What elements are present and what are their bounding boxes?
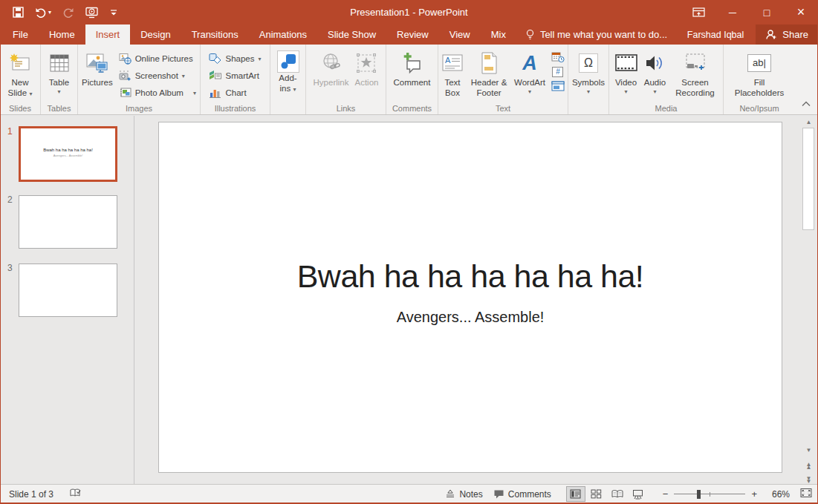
slide-1-thumbnail[interactable]: Bwah ha ha ha ha ha ha! Avengers... Asse… — [19, 126, 117, 182]
fill-placeholders-label: Fill Placeholders — [730, 78, 789, 98]
notes-toggle[interactable]: Notes — [445, 489, 482, 500]
screen-recording-icon — [684, 49, 707, 77]
wordart-dropdown-arrow: ▾ — [528, 88, 531, 95]
online-pictures-icon — [119, 53, 132, 65]
tab-design[interactable]: Design — [130, 24, 181, 45]
text-group-icon-column: # — [548, 47, 568, 93]
ribbon-group-illustrations: Shapes ▾ SmartArt Chart Illustrations — [201, 45, 270, 114]
hyperlink-icon — [320, 49, 343, 77]
screen-recording-button[interactable]: Screen Recording — [669, 47, 721, 102]
scrollbar-thumb[interactable] — [802, 128, 814, 230]
signed-in-user[interactable]: Farshad Iqbal — [687, 24, 756, 45]
ribbon-display-options-button[interactable] — [681, 0, 715, 24]
slide-number-button[interactable]: # — [551, 65, 565, 78]
spell-check-button[interactable] — [70, 488, 82, 500]
zoom-slider-thumb[interactable] — [697, 490, 701, 499]
action-button[interactable]: Action — [351, 47, 381, 102]
normal-view-button[interactable] — [566, 486, 585, 502]
shapes-button[interactable]: Shapes ▾ — [206, 50, 264, 67]
video-dropdown-arrow: ▾ — [624, 88, 627, 95]
maximize-button[interactable]: □ — [750, 0, 784, 24]
action-icon — [355, 49, 377, 77]
new-slide-button[interactable]: New Slide ▾ — [4, 47, 36, 102]
previous-slide-button[interactable]: ▲▲ — [802, 460, 816, 472]
ribbon: New Slide ▾ Slides Table ▾ Tables Pictur… — [0, 45, 818, 115]
screenshot-button[interactable]: Screenshot ▾ — [116, 68, 199, 84]
undo-button[interactable]: ▾ — [35, 7, 51, 18]
pictures-button[interactable]: Pictures — [79, 47, 116, 102]
tab-animations[interactable]: Animations — [249, 24, 317, 45]
zoom-out-button[interactable]: − — [663, 488, 669, 500]
slide-title-text[interactable]: Bwah ha ha ha ha ha ha! — [159, 258, 782, 295]
fit-to-window-icon — [800, 488, 812, 498]
save-button[interactable] — [13, 7, 24, 18]
shapes-label: Shapes — [225, 54, 254, 63]
header-footer-button[interactable]: Header & Footer — [467, 47, 511, 102]
tab-transitions[interactable]: Transitions — [181, 24, 249, 45]
video-button[interactable]: Video ▾ — [611, 47, 641, 102]
slide-1-thumb-title: Bwah ha ha ha ha ha ha! — [21, 148, 115, 154]
tab-insert[interactable]: Insert — [85, 24, 131, 45]
slide-canvas[interactable]: Bwah ha ha ha ha ha ha! Avengers... Asse… — [158, 122, 782, 473]
redo-button[interactable] — [62, 7, 74, 18]
tab-file[interactable]: File — [2, 24, 39, 45]
zoom-slider[interactable] — [674, 489, 745, 500]
chart-button[interactable]: Chart — [206, 85, 264, 101]
scroll-up-button[interactable]: ▲ — [802, 116, 816, 128]
previous-slide-icon: ▲▲ — [806, 463, 812, 470]
date-time-button[interactable] — [551, 50, 565, 63]
text-box-button[interactable]: A Text Box — [438, 47, 467, 102]
undo-dropdown-arrow[interactable]: ▾ — [48, 9, 51, 16]
group-label-links: Links — [306, 104, 386, 113]
symbols-button[interactable]: Ω Symbols ▾ — [569, 47, 608, 102]
hyperlink-button[interactable]: Hyperlink — [311, 47, 352, 102]
object-button[interactable] — [551, 80, 565, 93]
comments-toggle[interactable]: Comments — [493, 489, 551, 500]
tab-mix[interactable]: Mix — [481, 24, 516, 45]
audio-button[interactable]: Audio ▾ — [641, 47, 669, 102]
table-button[interactable]: Table ▾ — [46, 47, 73, 102]
zoom-percentage[interactable]: 66% — [767, 489, 790, 500]
comment-button[interactable]: Comment — [391, 47, 434, 102]
images-small-buttons: Online Pictures Screenshot ▾ Photo Album… — [116, 47, 199, 101]
ribbon-group-links: Hyperlink Action Links — [306, 45, 386, 114]
titlebar: ▾ Presentation1 - PowerPoint ─ □ × — [0, 0, 818, 24]
add-ins-button[interactable]: Add-ins ▾ — [273, 47, 303, 102]
fill-placeholders-button[interactable]: ab| Fill Placeholders — [727, 47, 792, 102]
panel-divider[interactable] — [134, 116, 134, 484]
share-button[interactable]: Share — [756, 24, 818, 45]
photo-album-button[interactable]: Photo Album ▾ — [116, 85, 199, 101]
reading-view-button[interactable] — [608, 486, 627, 502]
close-button[interactable]: × — [784, 0, 818, 24]
slide-counter[interactable]: Slide 1 of 3 — [9, 489, 53, 500]
online-pictures-button[interactable]: Online Pictures — [116, 50, 199, 67]
svg-text:A: A — [445, 56, 451, 65]
slide-3-thumbnail[interactable] — [19, 264, 117, 317]
symbols-dropdown-arrow: ▾ — [587, 88, 590, 95]
tab-view[interactable]: View — [439, 24, 481, 45]
minimize-button[interactable]: ─ — [715, 0, 750, 24]
start-from-beginning-button[interactable] — [85, 7, 99, 19]
zoom-in-button[interactable]: + — [751, 488, 757, 500]
slide-sorter-view-button[interactable] — [587, 486, 606, 502]
slide-sorter-icon — [591, 489, 602, 499]
tell-me-box[interactable]: Tell me what you want to do... — [525, 24, 667, 45]
collapse-ribbon-button[interactable] — [802, 96, 811, 110]
slide-show-view-button[interactable] — [629, 486, 648, 502]
group-label-text: Text — [438, 104, 568, 113]
comments-icon — [493, 489, 504, 499]
fit-slide-to-window-button[interactable] — [800, 488, 812, 500]
slide-2-number: 2 — [7, 194, 13, 205]
customize-quick-access-button[interactable] — [110, 9, 117, 16]
tab-review[interactable]: Review — [386, 24, 439, 45]
illustrations-small-buttons: Shapes ▾ SmartArt Chart — [206, 47, 264, 101]
smartart-button[interactable]: SmartArt — [206, 68, 264, 84]
slide-2-thumbnail[interactable] — [19, 195, 117, 249]
tab-slide-show[interactable]: Slide Show — [317, 24, 386, 45]
wordart-button[interactable]: A WordArt ▾ — [511, 47, 548, 102]
text-box-icon: A — [441, 49, 464, 77]
scroll-down-button[interactable]: ▼ — [802, 444, 816, 456]
tab-home[interactable]: Home — [39, 24, 85, 45]
fill-placeholders-icon: ab| — [747, 54, 771, 72]
slide-subtitle-text[interactable]: Avengers... Assemble! — [159, 309, 782, 326]
